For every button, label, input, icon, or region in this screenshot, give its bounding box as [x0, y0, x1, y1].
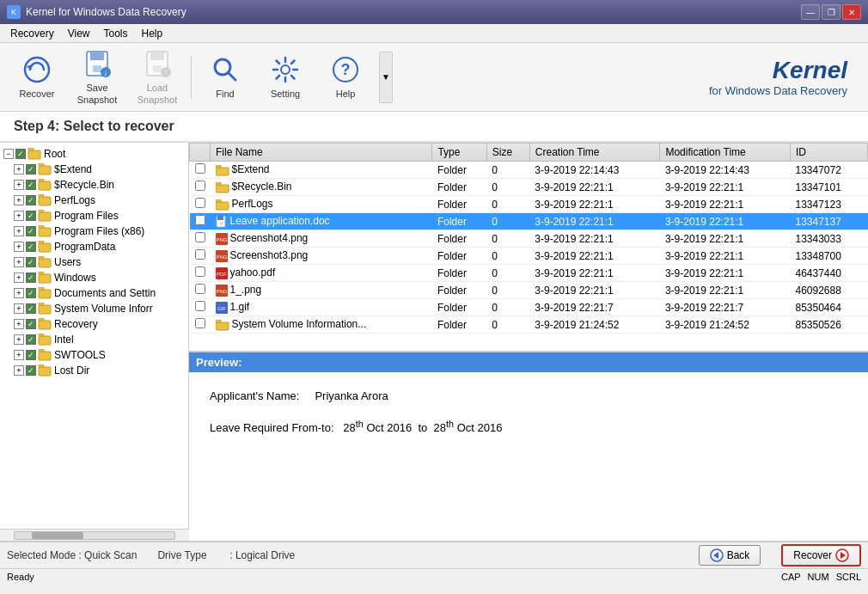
- tree-sv-checkbox[interactable]: [26, 303, 36, 314]
- col-filename[interactable]: File Name: [211, 144, 432, 162]
- table-row[interactable]: PNGScreenshot3.pngFolder03-9-2019 22:21:…: [190, 248, 868, 265]
- tree-lostdir-checkbox[interactable]: [26, 365, 36, 376]
- find-button[interactable]: Find: [195, 48, 255, 107]
- minimize-button[interactable]: —: [801, 4, 820, 20]
- tree-pfx86-toggle[interactable]: +: [14, 226, 24, 236]
- tree-recycle-checkbox[interactable]: [26, 180, 36, 190]
- tree-item-windows[interactable]: + Windows: [0, 270, 188, 285]
- svg-text:↓: ↓: [104, 68, 108, 77]
- svg-rect-8: [150, 52, 164, 60]
- col-size[interactable]: Size: [486, 144, 529, 162]
- svg-marker-79: [840, 552, 846, 559]
- table-row[interactable]: GIF1.gifFolder03-9-2019 22:21:73-9-2019 …: [190, 299, 868, 316]
- tree-pfx86-checkbox[interactable]: [26, 226, 36, 236]
- close-button[interactable]: ✕: [842, 4, 861, 20]
- table-row[interactable]: PerfLogsFolder03-9-2019 22:21:13-9-2019 …: [190, 196, 868, 213]
- table-row[interactable]: $Recycle.BinFolder03-9-2019 22:21:13-9-2…: [190, 179, 868, 196]
- row-checkbox[interactable]: [195, 301, 205, 311]
- recover-action-button[interactable]: Recover: [781, 544, 861, 566]
- help-button[interactable]: ? Help: [315, 48, 376, 107]
- tree-hscroll[interactable]: [0, 529, 189, 541]
- tree-recovery-toggle[interactable]: +: [14, 319, 24, 329]
- setting-button[interactable]: Setting: [255, 48, 315, 107]
- tree-recycle-toggle[interactable]: +: [14, 180, 24, 190]
- tree-item-pf-x86[interactable]: + Program Files (x86): [0, 224, 188, 239]
- toolbar-expand[interactable]: ▼: [379, 52, 393, 103]
- tree-item-programdata[interactable]: + ProgramData: [0, 239, 188, 254]
- tree-swtools-toggle[interactable]: +: [14, 350, 24, 360]
- file-list-container[interactable]: File Name Type Size Creation Time Modifi…: [189, 143, 868, 352]
- row-checkbox[interactable]: [195, 318, 205, 328]
- tree-users-toggle[interactable]: +: [14, 257, 24, 267]
- svg-rect-48: [39, 318, 44, 321]
- row-checkbox[interactable]: [195, 215, 205, 225]
- row-checkbox[interactable]: [195, 198, 205, 208]
- tree-pd-checkbox[interactable]: [26, 242, 36, 252]
- tree-sv-label: System Volume Inforr: [54, 303, 153, 315]
- tree-win-toggle[interactable]: +: [14, 273, 24, 283]
- back-button[interactable]: Back: [699, 545, 761, 566]
- tree-hscroll-thumb[interactable]: [32, 532, 83, 539]
- tree-docs-label: Documents and Settin: [54, 287, 156, 299]
- tree-item-documents[interactable]: + Documents and Settin: [0, 285, 188, 301]
- tree-docs-toggle[interactable]: +: [14, 288, 24, 298]
- tree-root-checkbox[interactable]: [15, 149, 26, 159]
- tree-item-system-volume[interactable]: + System Volume Inforr: [0, 301, 188, 316]
- table-row[interactable]: System Volume Information...Folder03-9-2…: [190, 316, 868, 334]
- tree-item-swtools[interactable]: + SWTOOLS: [0, 347, 188, 363]
- tree-item-recovery[interactable]: + Recovery: [0, 316, 188, 332]
- tree-lostdir-toggle[interactable]: +: [14, 365, 24, 376]
- tree-recovery-checkbox[interactable]: [26, 319, 36, 329]
- tree-pd-toggle[interactable]: +: [14, 242, 24, 252]
- tree-docs-checkbox[interactable]: [26, 288, 36, 298]
- tree-root[interactable]: − Root: [0, 146, 188, 162]
- col-id[interactable]: ID: [790, 144, 867, 162]
- tree-perflogs-toggle[interactable]: +: [14, 195, 24, 205]
- load-snapshot-button[interactable]: ↑ Load Snapshot: [127, 48, 187, 107]
- tree-intel-checkbox[interactable]: [26, 334, 36, 345]
- svg-rect-53: [39, 367, 51, 376]
- table-row[interactable]: $ExtendFolder03-9-2019 22:14:433-9-2019 …: [190, 162, 868, 179]
- row-checkbox[interactable]: [195, 266, 205, 277]
- table-row[interactable]: WLeave application.docFolder03-9-2019 22…: [190, 213, 868, 230]
- save-snapshot-button[interactable]: ↓ Save Snapshot: [67, 48, 127, 107]
- tree-intel-toggle[interactable]: +: [14, 334, 24, 345]
- tree-item-intel[interactable]: + Intel: [0, 332, 188, 347]
- tree-pf-toggle[interactable]: +: [14, 211, 24, 221]
- tree-swtools-checkbox[interactable]: [26, 350, 36, 360]
- tree-extend-toggle[interactable]: +: [14, 164, 24, 175]
- tree-perflogs-checkbox[interactable]: [26, 195, 36, 205]
- svg-text:PDF: PDF: [217, 272, 227, 277]
- tree-users-checkbox[interactable]: [26, 257, 36, 267]
- tree-root-toggle[interactable]: −: [3, 149, 14, 159]
- restore-button[interactable]: ❐: [822, 4, 840, 20]
- menu-help[interactable]: Help: [135, 26, 170, 41]
- table-row[interactable]: PDFyahoo.pdfFolder03-9-2019 22:21:13-9-2…: [190, 265, 868, 282]
- tree-sv-toggle[interactable]: +: [14, 303, 24, 314]
- col-modification[interactable]: Modification Time: [660, 144, 791, 162]
- tree-item-lost-dir[interactable]: + Lost Dir: [0, 363, 188, 378]
- col-creation[interactable]: Creation Time: [529, 144, 660, 162]
- tree-hscroll-track[interactable]: [14, 531, 175, 540]
- row-checkbox[interactable]: [195, 232, 205, 242]
- recover-button[interactable]: Recover: [7, 48, 67, 107]
- col-type[interactable]: Type: [432, 144, 486, 162]
- table-row[interactable]: PNGScreenshot4.pngFolder03-9-2019 22:21:…: [190, 230, 868, 248]
- tree-pf-checkbox[interactable]: [26, 211, 36, 221]
- tree-item-recycle[interactable]: + $Recycle.Bin: [0, 177, 188, 193]
- table-row[interactable]: PNG1_.pngFolder03-9-2019 22:21:13-9-2019…: [190, 282, 868, 299]
- row-checkbox[interactable]: [195, 249, 205, 260]
- tree-item-extend[interactable]: + $Extend: [0, 162, 188, 177]
- recover-action-label: Recover: [793, 549, 832, 561]
- menu-recovery[interactable]: Recovery: [3, 26, 61, 41]
- tree-extend-checkbox[interactable]: [26, 164, 36, 175]
- row-checkbox[interactable]: [195, 163, 205, 174]
- menu-tools[interactable]: Tools: [96, 26, 134, 41]
- row-checkbox[interactable]: [195, 284, 205, 294]
- tree-item-users[interactable]: + Users: [0, 254, 188, 270]
- tree-item-perflogs[interactable]: + PerfLogs: [0, 193, 188, 208]
- menu-view[interactable]: View: [61, 26, 97, 41]
- tree-win-checkbox[interactable]: [26, 273, 36, 283]
- row-checkbox[interactable]: [195, 181, 205, 191]
- tree-item-program-files[interactable]: + Program Files: [0, 208, 188, 224]
